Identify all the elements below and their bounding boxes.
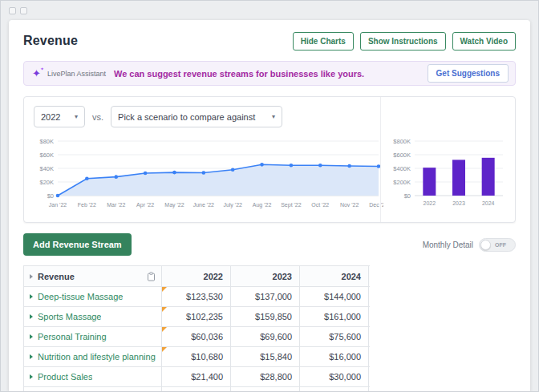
value-cell[interactable]: $28,800 <box>231 367 300 386</box>
window-control-icon[interactable] <box>9 7 16 14</box>
watch-video-button[interactable]: Watch Video <box>452 32 516 51</box>
value-cell[interactable]: $10,680 <box>162 347 231 366</box>
value-cell[interactable]: $16,000 <box>300 347 369 366</box>
revenue-table: Revenue 2022 2023 2024 <box>23 265 370 391</box>
x-tick-label: June '22 <box>193 202 214 208</box>
table-row[interactable]: Personal Training $60,036 $69,600 $75,60… <box>24 327 370 347</box>
scenario-controls: 2022 ▾ vs. Pick a scenario to compare ag… <box>34 106 379 127</box>
sparkle-icon: ✦ <box>32 68 41 79</box>
table-row[interactable]: Deep-tissue Massage $123,530 $137,000 $1… <box>24 287 370 307</box>
revenue-stream-cell[interactable]: Nutrition and lifestyle planning <box>24 347 162 366</box>
collapse-caret-icon[interactable] <box>30 274 33 279</box>
chevron-down-icon: ▾ <box>75 113 78 120</box>
monthly-detail-toggle[interactable]: OFF <box>479 238 516 252</box>
year-select[interactable]: 2022 ▾ <box>34 106 85 127</box>
x-tick-label: Oct '22 <box>311 202 329 208</box>
note-marker <box>162 287 167 292</box>
y-tick-label: $200K <box>393 179 411 186</box>
x-tick-label: Feb '22 <box>78 202 96 208</box>
data-point <box>85 176 89 180</box>
paste-icon[interactable] <box>147 272 156 281</box>
assistant-banner: ✦ LivePlan Assistant We can suggest reve… <box>23 61 516 86</box>
revenue-stream-cell[interactable]: Classes <box>24 387 162 391</box>
value-cell[interactable]: $30,000 <box>300 367 369 386</box>
revenue-stream-cell[interactable]: Deep-tissue Massage <box>24 287 162 306</box>
row-expand-caret-icon[interactable] <box>30 374 33 379</box>
revenue-stream-name: Nutrition and lifestyle planning <box>38 352 156 362</box>
table-row[interactable]: Product Sales $21,400 $28,800 $30,000 <box>24 367 370 387</box>
header-actions: Hide Charts Show Instructions Watch Vide… <box>293 32 516 51</box>
row-expand-caret-icon[interactable] <box>30 294 33 299</box>
cell-value: $123,530 <box>186 292 223 301</box>
row-expand-caret-icon[interactable] <box>30 334 33 339</box>
value-cell[interactable]: $144,000 <box>300 287 369 306</box>
row-expand-caret-icon[interactable] <box>30 354 33 359</box>
y-tick-label: $20K <box>39 179 54 186</box>
cell-value: $102,235 <box>186 312 223 321</box>
value-cell[interactable]: $69,600 <box>231 327 300 346</box>
cell-value: $69,600 <box>260 332 292 341</box>
show-instructions-button[interactable]: Show Instructions <box>360 32 446 51</box>
revenue-stream-cell[interactable]: Sports Massage <box>24 307 162 326</box>
x-tick-label: 2024 <box>482 200 495 206</box>
cell-value: $28,800 <box>260 372 292 382</box>
value-cell[interactable]: $161,000 <box>300 307 369 326</box>
value-cell[interactable]: $15,840 <box>231 347 300 366</box>
x-tick-label: May '22 <box>164 202 184 208</box>
note-marker <box>162 327 167 332</box>
data-point <box>260 163 264 167</box>
x-tick-label: Aug '22 <box>253 202 272 208</box>
add-revenue-stream-button[interactable]: Add Revenue Stream <box>23 233 132 256</box>
note-marker <box>162 347 167 352</box>
data-point <box>144 172 148 176</box>
table-row[interactable]: Nutrition and lifestyle planning $10,680… <box>24 347 370 367</box>
compare-scenario-value: Pick a scenario to compare against <box>118 112 255 122</box>
charts-panel: 2022 ▾ vs. Pick a scenario to compare ag… <box>23 96 516 223</box>
table-header-row: Revenue 2022 2023 2024 <box>24 266 370 287</box>
table-row[interactable]: Classes $58,300 $99,000 $102,000 <box>24 387 370 391</box>
value-cell[interactable]: $102,235 <box>162 307 231 326</box>
window-control-icon[interactable] <box>20 7 27 14</box>
value-cell[interactable]: $60,036 <box>162 327 231 346</box>
table-header-revenue[interactable]: Revenue <box>24 266 162 286</box>
get-suggestions-button[interactable]: Get Suggestions <box>428 64 509 83</box>
y-tick-label: $800K <box>393 138 411 145</box>
value-cell[interactable]: $75,600 <box>300 327 369 346</box>
value-cell[interactable]: $102,000 <box>300 387 369 391</box>
y-tick-label: $600K <box>393 152 411 159</box>
assistant-label: LivePlan Assistant <box>47 70 106 78</box>
revenue-stream-name: Deep-tissue Massage <box>38 292 123 301</box>
y-tick-label: $0 <box>47 192 54 200</box>
value-cell[interactable]: $99,000 <box>231 387 300 391</box>
revenue-bar-chart: $0$200K$400K$600K$800K202220232024 <box>386 135 508 218</box>
revenue-stream-cell[interactable]: Product Sales <box>24 367 162 386</box>
x-tick-label: Sept '22 <box>281 202 302 208</box>
year-column-header[interactable]: 2024 <box>300 266 369 286</box>
value-cell[interactable]: $159,850 <box>231 307 300 326</box>
year-column-header[interactable]: 2023 <box>231 266 300 286</box>
table-row[interactable]: Sports Massage $102,235 $159,850 $161,00… <box>24 307 370 327</box>
value-cell[interactable]: $137,000 <box>231 287 300 306</box>
revenue-stream-cell[interactable]: Personal Training <box>24 327 162 346</box>
cell-value: $30,000 <box>329 372 361 382</box>
year-column-header[interactable]: 2022 <box>162 266 231 286</box>
data-point <box>56 194 60 198</box>
revenue-stream-name: Sports Massage <box>38 312 101 321</box>
value-cell[interactable]: $21,400 <box>162 367 231 386</box>
cell-value: $144,000 <box>324 292 361 301</box>
revenue-page-card: Revenue Hide Charts Show Instructions Wa… <box>9 20 530 391</box>
page-title: Revenue <box>23 34 78 48</box>
hide-charts-button[interactable]: Hide Charts <box>293 32 354 51</box>
cell-value: $16,000 <box>329 352 361 362</box>
assistant-message: We can suggest revenue streams for busin… <box>114 69 364 79</box>
value-cell[interactable]: $58,300 <box>162 387 231 391</box>
row-expand-caret-icon[interactable] <box>30 314 33 319</box>
compare-scenario-select[interactable]: Pick a scenario to compare against ▾ <box>111 106 282 127</box>
revenue-stream-name: Personal Training <box>38 332 107 341</box>
data-point <box>347 164 351 168</box>
cell-value: $60,036 <box>191 332 223 341</box>
y-tick-label: $400K <box>393 165 411 172</box>
value-cell[interactable]: $123,530 <box>162 287 231 306</box>
data-point <box>172 171 176 175</box>
data-point <box>202 171 206 175</box>
